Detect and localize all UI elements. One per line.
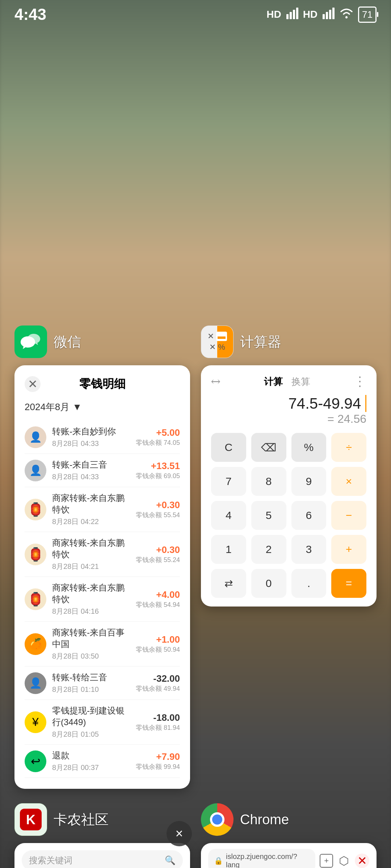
trans-avatar-3: 🏮	[25, 499, 46, 520]
wechat-title: 零钱明细	[79, 376, 126, 392]
app-row-2: K 卡农社区 搜索关键词 🔍 首页 新帖 下载 羊毛 热帖	[14, 803, 377, 868]
chrome-tab-count[interactable]: +	[320, 854, 333, 868]
status-icons: HD HD	[266, 7, 377, 23]
lock-icon: 🔒	[214, 856, 223, 865]
calc-btn-4[interactable]: 4	[211, 501, 246, 530]
trans-avatar-5: 🏮	[25, 588, 46, 610]
tab-convert[interactable]: 换算	[291, 375, 310, 388]
calc-btn-8[interactable]: 8	[251, 467, 286, 496]
calculator-card-container[interactable]: ✕ ▬ ✕ % 计算器 ⤢ 计算	[201, 326, 377, 789]
calc-result: = 24.56	[211, 412, 366, 426]
calc-btn-backspace[interactable]: ⌫	[251, 433, 286, 462]
chrome-label: Chrome	[201, 803, 377, 836]
kanong-search-icon: 🔍	[165, 855, 176, 865]
chrome-url-text: islozp.zjuengoc.com/?lang	[226, 852, 310, 868]
month-selector[interactable]: 2024年8月 ▼	[25, 401, 180, 413]
calculator-preview[interactable]: ⤢ 计算 换算 ⋮ 74.5-49.94 = 24.56	[201, 365, 377, 607]
calc-more-icon[interactable]: ⋮	[353, 374, 366, 389]
kanong-icon: K	[14, 803, 47, 836]
signal-bars-1	[286, 7, 299, 22]
signal-icon-1: HD	[266, 9, 281, 20]
tab-calc[interactable]: 计算	[264, 375, 283, 388]
calc-btn-1[interactable]: 1	[211, 535, 246, 564]
calc-btn-equals[interactable]: =	[331, 569, 366, 598]
wechat-label: 微信	[14, 326, 190, 358]
trans-name-1: 转账-来自妙到你	[52, 426, 130, 437]
chrome-url-bar[interactable]: 🔒 islozp.zjuengoc.com/?lang	[208, 849, 315, 868]
calculator-icon: ✕ ▬ ✕ %	[201, 326, 234, 358]
calc-btn-plus[interactable]: +	[331, 535, 366, 564]
transaction-item-6: 🍊 商家转账-来自百事中国 8月28日 03:50 +1.00 零钱余额 50.…	[25, 622, 180, 667]
app-cards-area: 微信 ✕ 零钱明细 2024年8月 ▼ 👤	[0, 326, 391, 868]
trans-avatar-2: 👤	[25, 460, 46, 481]
close-x-button[interactable]: ×	[167, 821, 192, 846]
chrome-actions: + ⬡ ✕	[320, 854, 369, 868]
svg-point-8	[345, 16, 348, 18]
kanong-card-container[interactable]: K 卡农社区 搜索关键词 🔍 首页 新帖 下载 羊毛 热帖	[14, 803, 190, 868]
svg-rect-1	[290, 12, 292, 19]
transaction-item-2: 👤 转账-来自三音 8月28日 04:33 +13.51 零钱余额 69.05	[25, 454, 180, 487]
chrome-card-container[interactable]: Chrome 🔒 islozp.zjuengoc.com/?lang + ⬡ ✕…	[201, 803, 377, 868]
chrome-share-icon[interactable]: ⬡	[339, 854, 349, 868]
wechat-name: 微信	[54, 333, 81, 351]
wechat-card-container[interactable]: 微信 ✕ 零钱明细 2024年8月 ▼ 👤	[14, 326, 190, 789]
svg-rect-4	[323, 14, 325, 19]
calc-btn-percent[interactable]: %	[291, 433, 327, 462]
kanong-inner: 搜索关键词 🔍 首页 新帖 下载 羊毛 热帖 生活区 羊毛交流 羊毛情报	[14, 843, 190, 868]
kanong-search[interactable]: 搜索关键词 🔍	[22, 850, 183, 868]
calc-expression: 74.5-49.94	[211, 395, 366, 412]
signal-bars-2	[322, 7, 335, 22]
calc-btn-3[interactable]: 3	[291, 535, 327, 564]
chrome-toolbar: 🔒 islozp.zjuengoc.com/?lang + ⬡ ✕	[201, 843, 377, 868]
calc-header: ⤢ 计算 换算 ⋮	[211, 374, 366, 389]
wifi-icon	[339, 7, 354, 22]
wechat-icon	[14, 326, 47, 358]
trans-avatar-8: ¥	[25, 711, 46, 733]
chrome-close-icon[interactable]: ✕	[355, 854, 369, 868]
calc-btn-0[interactable]: 0	[251, 569, 286, 598]
battery-icon: 71	[358, 7, 377, 23]
calc-btn-6[interactable]: 6	[291, 501, 327, 530]
app-row-1: 微信 ✕ 零钱明细 2024年8月 ▼ 👤	[14, 326, 377, 789]
transaction-item-3: 🏮 商家转账-来自东鹏特饮 8月28日 04:22 +0.30 零钱余额 55.…	[25, 487, 180, 532]
trans-avatar-6: 🍊	[25, 633, 46, 655]
calc-expand-icon[interactable]: ⤢	[208, 373, 224, 390]
calc-btn-2[interactable]: 2	[251, 535, 286, 564]
calc-display: 74.5-49.94 = 24.56	[211, 395, 366, 426]
calc-btn-switch[interactable]: ⇄	[211, 569, 246, 598]
kanong-label: K 卡农社区	[14, 803, 190, 836]
calculator-preview-content: ⤢ 计算 换算 ⋮ 74.5-49.94 = 24.56	[201, 365, 377, 607]
wechat-preview[interactable]: ✕ 零钱明细 2024年8月 ▼ 👤 转账-来自妙到你 8月2	[14, 365, 190, 789]
transaction-item-8: ¥ 零钱提现-到建设银行(3449) 8月28日 01:05 -18.00 零钱…	[25, 700, 180, 745]
calculator-label: ✕ ▬ ✕ % 计算器	[201, 326, 377, 358]
calculator-name: 计算器	[240, 333, 281, 351]
calc-buttons: C ⌫ % ÷ 7 8 9 × 4 5 6 −	[211, 433, 366, 598]
status-time: 4:43	[14, 5, 46, 24]
status-bar: 4:43 HD HD	[0, 0, 391, 29]
kanong-preview[interactable]: 搜索关键词 🔍 首页 新帖 下载 羊毛 热帖 生活区 羊毛交流 羊毛情报	[14, 843, 190, 868]
chrome-preview[interactable]: 🔒 islozp.zjuengoc.com/?lang + ⬡ ✕ 83827	[201, 843, 377, 868]
calc-btn-divide[interactable]: ÷	[331, 433, 366, 462]
trans-avatar-9: ↩	[25, 750, 46, 772]
svg-rect-2	[293, 10, 295, 19]
transaction-item-1: 👤 转账-来自妙到你 8月28日 04:33 +5.00 零钱余额 74.05	[25, 421, 180, 454]
calc-btn-c[interactable]: C	[211, 433, 246, 462]
svg-rect-6	[329, 10, 331, 19]
wechat-close-btn[interactable]: ✕	[25, 376, 41, 392]
chrome-icon	[201, 803, 234, 836]
calc-btn-9[interactable]: 9	[291, 467, 327, 496]
trans-avatar-7: 👤	[25, 672, 46, 694]
calc-tabs: 计算 换算	[264, 375, 310, 388]
calc-btn-5[interactable]: 5	[251, 501, 286, 530]
battery-level: 71	[362, 9, 373, 20]
calc-btn-7[interactable]: 7	[211, 467, 246, 496]
calc-btn-minus[interactable]: −	[331, 501, 366, 530]
transaction-item-9: ↩ 退款 8月28日 00:37 +7.90 零钱余额 99.94	[25, 745, 180, 778]
transaction-item-4: 🏮 商家转账-来自东鹏特饮 8月28日 04:21 +0.30 零钱余额 55.…	[25, 532, 180, 577]
calc-btn-multiply[interactable]: ×	[331, 467, 366, 496]
calc-btn-dot[interactable]: .	[291, 569, 327, 598]
trans-avatar-1: 👤	[25, 426, 46, 448]
svg-text:K: K	[26, 812, 35, 827]
svg-rect-3	[296, 8, 298, 19]
svg-rect-7	[332, 8, 335, 19]
